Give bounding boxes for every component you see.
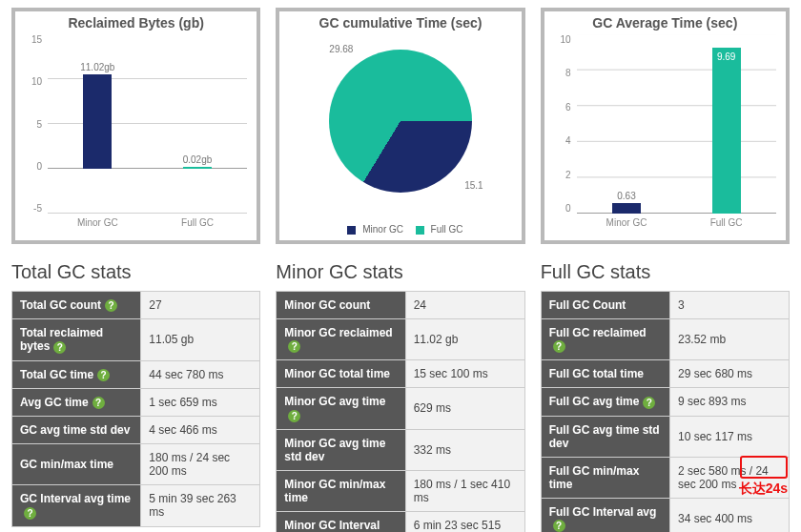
charts-row: Reclaimed Bytes (gb) 15 10 5 0 -5 11.02g… [11, 8, 790, 244]
legend-label-full: Full GC [431, 224, 463, 235]
stat-val: 23.52 mb [670, 319, 790, 360]
bar-rect [83, 74, 112, 169]
key-text: Minor GC reclaimed [284, 326, 392, 339]
xcat: Full GC [676, 214, 776, 235]
bar-full-gc: 0.02gb [183, 167, 212, 169]
help-icon[interactable]: ? [288, 340, 300, 353]
chart-plot-area: 29.68 15.1 Minor GC Full GC [285, 32, 515, 235]
key-text: Minor GC Interval avg [284, 519, 380, 532]
plot: 0.63 9.69 [577, 34, 776, 214]
stat-val: 1 sec 659 ms [141, 388, 260, 416]
stat-val: 180 ms / 24 sec 200 ms [141, 444, 260, 485]
help-icon[interactable]: ? [97, 369, 110, 381]
key-text: Full GC reclaimed [549, 326, 647, 339]
bar-label: 0.63 [617, 191, 635, 203]
stat-key: Total GC time? [12, 360, 141, 388]
stat-val: 332 ms [405, 429, 524, 470]
key-text: Full GC avg time [549, 395, 640, 408]
chart-plot-area: 15 10 5 0 -5 11.02gb 0.02gb [21, 32, 251, 235]
ytick: 2 [550, 170, 571, 180]
minor-gc-stats: Minor GC stats Minor GC count24 Minor GC… [276, 244, 524, 532]
y-axis-ticks: 10 8 6 4 2 0 [550, 32, 575, 214]
bar-minor-gc: 11.02gb [83, 74, 112, 169]
chart-plot-area: 10 8 6 4 2 0 0.63 9.69 Minor GC [550, 32, 780, 235]
pie-slice-label-minorgc: 15.1 [464, 180, 483, 191]
full-gc-stats: Full GC stats Full GC Count3 Full GC rec… [541, 244, 790, 532]
chart-reclaimed-bytes: Reclaimed Bytes (gb) 15 10 5 0 -5 11.02g… [11, 8, 260, 244]
ytick: 10 [21, 76, 42, 87]
ytick: 0 [21, 161, 42, 172]
stat-key: Avg GC time? [12, 388, 141, 416]
stat-val: 10 sec 117 ms [670, 416, 790, 457]
stat-key: Minor GC count [277, 292, 405, 319]
chart-avg-time: GC Average Time (sec) 10 8 6 4 2 0 0.63 … [541, 8, 790, 244]
bar-minor-gc: 0.63 [612, 203, 641, 214]
bar-rect [183, 167, 212, 169]
ytick: -5 [21, 203, 42, 214]
stat-val: 4 sec 466 ms [141, 417, 260, 444]
pie-legend: Minor GC Full GC [285, 224, 515, 235]
stat-key: Full GC avg time std dev [541, 416, 669, 457]
stat-key: GC min/max time [12, 444, 141, 485]
help-icon[interactable]: ? [288, 410, 300, 422]
chart-cumulative-time: GC cumulative Time (sec) 29.68 15.1 Mino… [276, 8, 524, 244]
ytick: 8 [550, 68, 571, 78]
stat-val: 29 sec 680 ms [670, 360, 790, 388]
stat-key: Minor GC min/max time [277, 470, 405, 511]
help-icon[interactable]: ? [553, 520, 565, 532]
chart-title: Reclaimed Bytes (gb) [21, 15, 251, 31]
total-gc-table: Total GC count?27 Total reclaimed bytes?… [11, 291, 260, 527]
stat-val: 9 sec 893 ms [670, 388, 790, 416]
total-gc-stats: Total GC stats Total GC count?27 Total r… [11, 244, 260, 532]
stat-key: Minor GC avg time? [277, 388, 405, 429]
stat-key: Minor GC reclaimed? [277, 319, 405, 360]
x-axis-cats: Minor GC Full GC [48, 214, 247, 235]
bar-full-gc: 9.69 [712, 48, 741, 214]
pie-slice-label-fullgc: 29.68 [329, 44, 353, 54]
help-icon[interactable]: ? [24, 507, 36, 520]
ytick: 5 [21, 119, 42, 130]
key-text: GC Interval avg time [20, 492, 131, 505]
help-icon[interactable]: ? [53, 341, 66, 354]
bar-label: 9.69 [717, 51, 735, 64]
key-text: Avg GC time [20, 396, 89, 409]
ytick: 4 [550, 135, 571, 146]
ytick: 10 [550, 34, 571, 45]
ytick: 6 [550, 102, 571, 113]
xcat: Minor GC [48, 214, 148, 235]
ytick: 15 [21, 34, 42, 45]
help-icon[interactable]: ? [643, 397, 655, 409]
stat-key: GC avg time std dev [12, 417, 141, 444]
zero-line [48, 168, 247, 169]
stat-val: 3 [670, 292, 790, 319]
stat-val: 34 sec 400 ms [670, 498, 790, 532]
stat-val: 629 ms [405, 388, 524, 429]
ytick: 0 [550, 203, 571, 214]
stats-row: Total GC stats Total GC count?27 Total r… [11, 244, 790, 532]
legend-label-minor: Minor GC [362, 224, 403, 235]
stat-val: 180 ms / 1 sec 410 ms [405, 470, 524, 511]
plot: 11.02gb 0.02gb [48, 34, 247, 214]
bar-label: 11.02gb [80, 62, 114, 74]
help-icon[interactable]: ? [553, 340, 565, 353]
table-title: Full GC stats [541, 261, 790, 283]
bar-rect [712, 48, 741, 214]
legend-swatch-full [416, 226, 424, 235]
stat-key: Minor GC total time [277, 360, 405, 388]
stat-key: Minor GC avg time std dev [277, 429, 405, 470]
chart-title: GC cumulative Time (sec) [285, 15, 515, 31]
stat-key: Full GC total time [541, 360, 669, 388]
stat-val: 27 [141, 292, 260, 319]
stat-key: Full GC Interval avg? [541, 498, 669, 532]
stat-val: 15 sec 100 ms [405, 360, 524, 388]
stat-val: 11.05 gb [141, 319, 260, 360]
key-text: Full GC Interval avg [549, 505, 657, 519]
stat-key: Minor GC Interval avg? [277, 511, 405, 532]
stat-val: 11.02 gb [405, 319, 524, 360]
xcat: Full GC [148, 214, 248, 235]
help-icon[interactable]: ? [105, 299, 117, 312]
stat-key: Full GC min/max time [541, 457, 669, 498]
key-text: Total GC time [20, 368, 93, 381]
help-icon[interactable]: ? [92, 397, 105, 409]
table-title: Minor GC stats [276, 261, 524, 283]
